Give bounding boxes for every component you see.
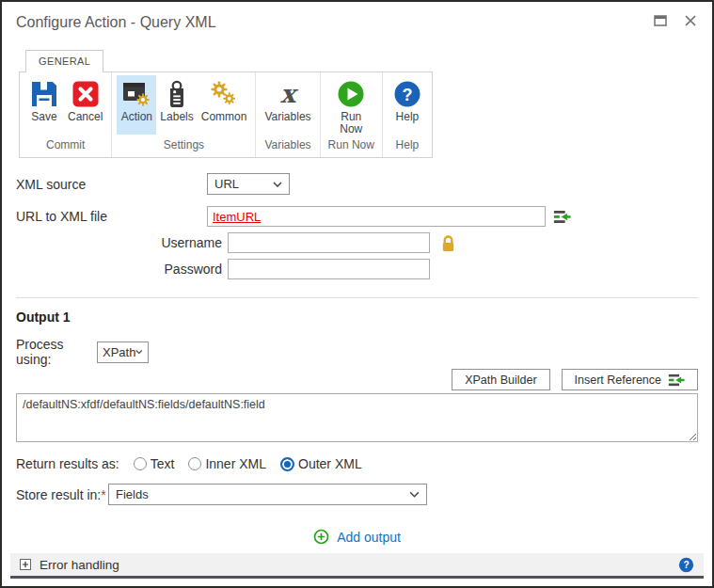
common-icon [210, 80, 238, 108]
action-button[interactable]: Action [117, 75, 156, 135]
window-controls [653, 13, 698, 28]
svg-text:?: ? [683, 560, 689, 570]
variables-button-label: Variables [264, 111, 310, 123]
xml-source-value: URL [214, 177, 239, 191]
cancel-button-label: Cancel [68, 111, 103, 123]
run-now-icon [337, 80, 365, 108]
help-icon: ? [393, 80, 421, 108]
xpath-builder-button[interactable]: XPath Builder [452, 369, 549, 390]
maximize-icon [654, 14, 667, 27]
variables-button[interactable]: x Variables [261, 75, 314, 135]
add-output-label: Add output [337, 530, 401, 545]
password-label: Password [16, 262, 228, 277]
radio-inner-xml[interactable]: Inner XML [188, 456, 266, 471]
save-icon [30, 80, 58, 108]
xpath-builder-label: XPath Builder [465, 373, 536, 387]
radio-text-label: Text [151, 456, 175, 471]
error-handling-section[interactable]: Error handling ? [10, 553, 704, 579]
ribbon-group-label-settings: Settings [112, 135, 255, 157]
add-output-link[interactable]: Add output [313, 529, 401, 545]
save-button-label: Save [31, 111, 56, 123]
radio-outer-xml[interactable]: Outer XML [280, 456, 362, 471]
form-area: XML source URL URL to XML file Username [2, 173, 712, 279]
tab-general[interactable]: GENERAL [25, 50, 103, 72]
radio-inner-xml-label: Inner XML [205, 456, 266, 471]
insert-reference-label: Insert Reference [575, 373, 661, 387]
ribbon-group-settings: Action Labels [112, 72, 256, 157]
tab-strip: GENERAL [25, 50, 712, 72]
xml-source-label: XML source [16, 177, 207, 192]
ribbon-group-commit: Save Cancel Commit [20, 72, 112, 157]
run-now-button-label: Run Now [333, 111, 369, 135]
xml-source-select[interactable]: URL [207, 173, 290, 195]
dialog-title: Configure Action - Query XML [16, 14, 216, 31]
insert-reference-icon [668, 373, 685, 387]
cancel-icon [71, 80, 100, 108]
labels-button[interactable]: Labels [156, 75, 197, 135]
close-button[interactable] [683, 13, 698, 28]
insert-reference-icon[interactable] [553, 210, 571, 224]
ribbon-group-label-commit: Commit [20, 135, 111, 157]
ribbon-group-label-variables: Variables [256, 135, 319, 157]
store-result-value: Fields [116, 487, 149, 501]
action-button-label: Action [121, 111, 152, 123]
lock-icon [440, 234, 456, 252]
radio-outer-xml-label: Outer XML [298, 456, 362, 471]
output-heading: Output 1 [16, 310, 698, 325]
help-circle-icon[interactable]: ? [678, 557, 694, 573]
ribbon-toolbar: Save Cancel Commit [19, 72, 433, 158]
maximize-button[interactable] [653, 13, 668, 28]
insert-reference-button[interactable]: Insert Reference [562, 369, 698, 390]
url-to-xml-input[interactable] [207, 206, 546, 227]
chevron-down-icon [273, 182, 282, 187]
radio-inner-xml-circle [188, 457, 201, 470]
ribbon-group-help: ? Help Help [383, 72, 432, 157]
store-result-label: Store result in:* [16, 487, 108, 502]
help-button[interactable]: ? Help [388, 75, 427, 135]
url-to-xml-label: URL to XML file [16, 209, 207, 224]
cancel-button[interactable]: Cancel [64, 75, 106, 135]
close-icon [684, 14, 697, 27]
common-button[interactable]: Common [198, 75, 251, 135]
password-input[interactable] [228, 259, 430, 279]
common-button-label: Common [201, 111, 247, 123]
radio-text-circle [134, 457, 147, 470]
username-input[interactable] [228, 232, 430, 253]
output-area: Process using: XPath XPath Builder Inser… [2, 337, 712, 545]
save-button[interactable]: Save [24, 75, 64, 135]
chevron-down-icon [135, 349, 143, 355]
xpath-expression-textarea[interactable]: /defaultNS:xfdf/defaultNS:fields/default… [16, 393, 698, 442]
ribbon-group-run-now: Run Now Run Now [321, 72, 383, 157]
title-bar: Configure Action - Query XML [16, 14, 698, 31]
variables-icon: x [274, 80, 302, 108]
return-results-label: Return results as: [16, 456, 119, 471]
configure-action-dialog: Configure Action - Query XML GENERAL [0, 0, 714, 588]
ribbon-group-label-run-now: Run Now [321, 135, 382, 157]
radio-outer-xml-circle [280, 457, 294, 471]
process-using-label: Process using: [16, 337, 97, 367]
process-using-select[interactable]: XPath [97, 342, 149, 363]
labels-button-label: Labels [160, 111, 193, 123]
action-icon [122, 80, 151, 108]
radio-text[interactable]: Text [134, 456, 175, 471]
process-using-value: XPath [103, 345, 135, 359]
section-divider [16, 297, 698, 298]
ribbon-group-variables: x Variables Variables [256, 72, 320, 157]
add-circle-icon [313, 529, 329, 545]
error-handling-label: Error handling [40, 558, 119, 572]
expand-plus-icon[interactable] [20, 559, 31, 570]
return-results-row: Return results as: Text Inner XML Outer … [16, 456, 698, 471]
run-now-button[interactable]: Run Now [329, 75, 373, 135]
svg-text:?: ? [402, 86, 412, 104]
username-label: Username [16, 235, 228, 250]
chevron-down-icon [409, 491, 420, 498]
store-result-select[interactable]: Fields [108, 484, 427, 505]
labels-icon [163, 80, 191, 108]
ribbon-group-label-help: Help [383, 135, 432, 157]
required-asterisk: * [101, 487, 105, 502]
help-button-label: Help [396, 111, 420, 123]
